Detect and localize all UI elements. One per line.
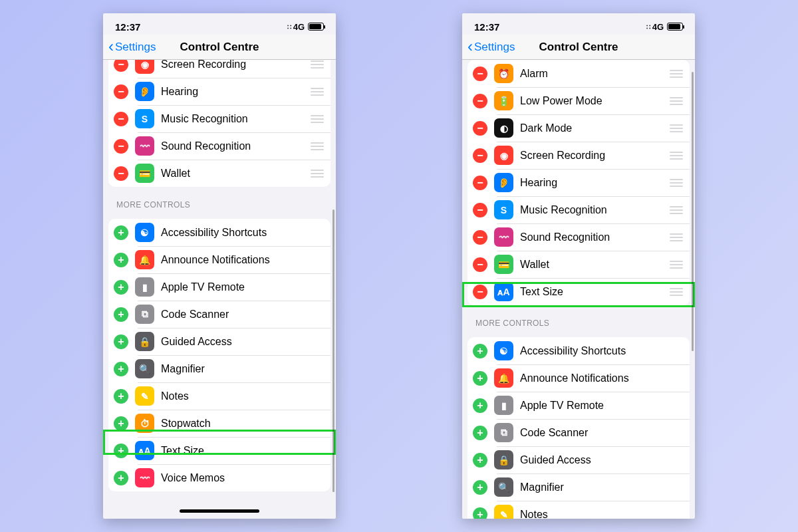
control-row[interactable]: + ✎ Notes — [108, 382, 331, 410]
control-label: Sound Recognition — [520, 231, 670, 243]
reorder-handle[interactable] — [670, 179, 683, 187]
control-row[interactable]: + 〰 Voice Memos — [108, 464, 331, 491]
remove-button[interactable]: − — [473, 94, 487, 108]
add-button[interactable]: + — [114, 225, 128, 240]
wallet-icon: 💳 — [135, 164, 154, 183]
reorder-handle[interactable] — [311, 142, 324, 150]
page-title: Control Centre — [180, 41, 259, 54]
control-row[interactable]: + ▮ Apple TV Remote — [467, 392, 690, 419]
control-row[interactable]: + ⏱ Stopwatch — [108, 410, 331, 437]
add-button[interactable]: + — [114, 389, 128, 404]
control-row[interactable]: + ▮ Apple TV Remote — [108, 273, 331, 301]
wallet-icon: 💳 — [494, 255, 513, 274]
control-row[interactable]: + ᴀA Text Size — [108, 437, 331, 464]
add-button[interactable]: + — [473, 453, 487, 467]
reorder-handle[interactable] — [670, 70, 683, 78]
add-button[interactable]: + — [114, 280, 128, 295]
control-row[interactable]: − S Music Recognition — [108, 105, 331, 132]
control-label: Guided Access — [520, 454, 683, 466]
control-row[interactable]: − 🔋 Low Power Mode — [467, 87, 690, 114]
control-row[interactable]: + 🔍 Magnifier — [108, 355, 331, 382]
remove-button[interactable]: − — [473, 230, 487, 245]
control-row[interactable]: + 🔔 Announce Notifications — [108, 246, 331, 273]
home-indicator[interactable] — [103, 505, 336, 519]
back-button[interactable]: ‹ Settings — [108, 41, 156, 54]
remove-button[interactable]: − — [473, 121, 487, 136]
control-row[interactable]: − 👂 Hearing — [108, 78, 331, 105]
reorder-handle[interactable] — [670, 97, 683, 105]
add-button[interactable]: + — [473, 371, 487, 386]
included-group: − ◉ Screen Recording − 👂 Hearing − S Mus… — [108, 60, 331, 187]
control-row[interactable]: + ⧉ Code Scanner — [467, 419, 690, 446]
add-button[interactable]: + — [114, 416, 128, 431]
control-row[interactable]: − 〰 Sound Recognition — [467, 223, 690, 251]
control-row[interactable]: − S Music Recognition — [467, 196, 690, 223]
appletv-remote-icon: ▮ — [135, 277, 154, 297]
add-button[interactable]: + — [114, 307, 128, 322]
control-row[interactable]: − ◐ Dark Mode — [467, 114, 690, 142]
reorder-handle[interactable] — [670, 288, 683, 296]
reorder-handle[interactable] — [311, 61, 324, 68]
add-button[interactable]: + — [473, 344, 487, 358]
control-row[interactable]: + ☯ Accessibility Shortcuts — [108, 219, 331, 246]
reorder-handle[interactable] — [311, 88, 324, 96]
reorder-handle[interactable] — [670, 206, 683, 214]
scroll-content[interactable]: − ◉ Screen Recording − 👂 Hearing − S Mus… — [103, 60, 336, 505]
control-label: Hearing — [520, 177, 670, 189]
remove-button[interactable]: − — [114, 112, 128, 126]
control-row[interactable]: + ☯ Accessibility Shortcuts — [467, 337, 690, 364]
control-label: Music Recognition — [520, 204, 670, 216]
remove-button[interactable]: − — [114, 139, 128, 154]
remove-button[interactable]: − — [114, 60, 128, 72]
control-label: Text Size — [520, 286, 670, 298]
included-group: − ⏰ Alarm − 🔋 Low Power Mode − ◐ Dark Mo… — [467, 60, 690, 305]
remove-button[interactable]: − — [473, 66, 487, 81]
control-label: Notes — [161, 390, 324, 402]
control-row[interactable]: + ⧉ Code Scanner — [108, 301, 331, 328]
reorder-handle[interactable] — [670, 261, 683, 269]
control-row[interactable]: + 🔒 Guided Access — [108, 328, 331, 355]
reorder-handle[interactable] — [670, 233, 683, 241]
add-button[interactable]: + — [473, 507, 487, 519]
control-row[interactable]: − 〰 Sound Recognition — [108, 132, 331, 160]
add-button[interactable]: + — [114, 334, 128, 349]
control-row[interactable]: − 💳 Wallet — [467, 251, 690, 278]
statusbar: 12:37 ∷ 4G — [103, 13, 336, 35]
control-row[interactable]: − ᴀA Text Size — [467, 278, 690, 305]
notes-icon: ✎ — [135, 386, 154, 406]
add-button[interactable]: + — [473, 426, 487, 440]
reorder-handle[interactable] — [670, 124, 683, 132]
more-group: + ☯ Accessibility Shortcuts + 🔔 Announce… — [108, 219, 331, 491]
clock: 12:37 — [474, 21, 499, 33]
control-row[interactable]: − ◉ Screen Recording — [108, 60, 331, 78]
control-row[interactable]: − ◉ Screen Recording — [467, 142, 690, 169]
add-button[interactable]: + — [114, 471, 128, 485]
remove-button[interactable]: − — [473, 176, 487, 190]
add-button[interactable]: + — [114, 253, 128, 267]
add-button[interactable]: + — [114, 444, 128, 458]
control-row[interactable]: − 💳 Wallet — [108, 160, 331, 187]
control-row[interactable]: + 🔔 Announce Notifications — [467, 364, 690, 392]
add-button[interactable]: + — [114, 362, 128, 376]
remove-button[interactable]: − — [473, 285, 487, 299]
add-button[interactable]: + — [473, 398, 487, 413]
scrollbar[interactable] — [692, 72, 694, 351]
remove-button[interactable]: − — [473, 203, 487, 217]
scroll-content[interactable]: − ⏰ Alarm − 🔋 Low Power Mode − ◐ Dark Mo… — [462, 60, 695, 519]
control-row[interactable]: + 🔒 Guided Access — [467, 446, 690, 473]
reorder-handle[interactable] — [311, 115, 324, 123]
back-button[interactable]: ‹ Settings — [467, 41, 515, 54]
low-power-icon: 🔋 — [494, 91, 513, 110]
reorder-handle[interactable] — [311, 170, 324, 178]
remove-button[interactable]: − — [114, 84, 128, 99]
control-row[interactable]: − 👂 Hearing — [467, 169, 690, 196]
control-row[interactable]: + 🔍 Magnifier — [467, 473, 690, 501]
reorder-handle[interactable] — [670, 152, 683, 160]
control-row[interactable]: − ⏰ Alarm — [467, 60, 690, 87]
scrollbar[interactable] — [332, 209, 334, 492]
remove-button[interactable]: − — [473, 148, 487, 163]
control-row[interactable]: + ✎ Notes — [467, 501, 690, 519]
remove-button[interactable]: − — [114, 166, 128, 181]
add-button[interactable]: + — [473, 480, 487, 495]
remove-button[interactable]: − — [473, 257, 487, 272]
